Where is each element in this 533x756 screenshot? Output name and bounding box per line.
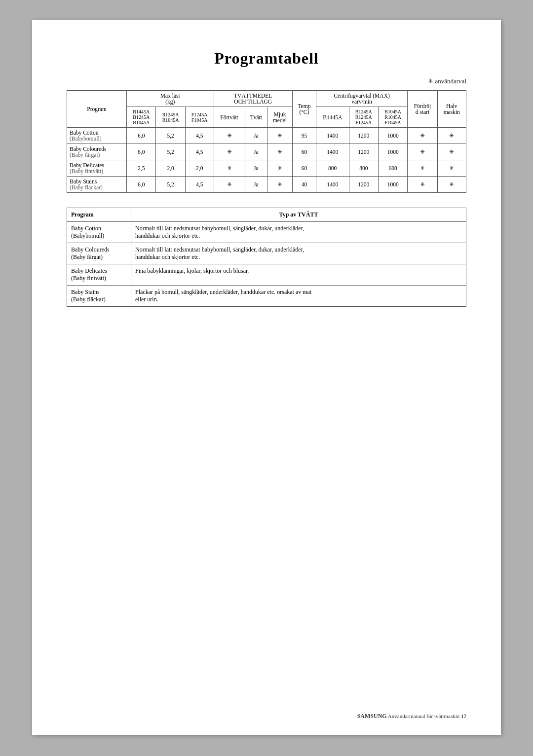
table-cell: 95	[292, 128, 316, 144]
th-b1445: B1445AB1245AB1045A	[127, 107, 156, 128]
table-cell: 1000	[378, 128, 407, 144]
table-cell: 5,2	[156, 177, 185, 193]
table-cell: ✳	[408, 177, 437, 193]
table-cell: ✳	[267, 177, 292, 193]
table-cell: 1200	[349, 177, 378, 193]
footer-text: Användarmanual för tvättmaskin	[388, 713, 459, 719]
page-title: Programtabell	[67, 49, 466, 68]
table-cell: 1000	[378, 144, 407, 160]
table-cell: 4,5	[185, 144, 214, 160]
table-cell: 5,2	[156, 144, 185, 160]
table-cell: 800	[316, 160, 349, 177]
table-cell: Ja	[245, 128, 267, 144]
table-cell: ✳	[267, 160, 292, 177]
table-cell: 2,0	[185, 160, 214, 177]
page-number: 17	[461, 713, 466, 719]
desc-row: Baby Delicates(Baby fintvätt)Fina babykl…	[67, 264, 466, 286]
th-cent-b1045: B1045AR1045AF1045A	[378, 107, 407, 128]
table-cell: ✳	[214, 160, 245, 177]
th-tvattmedel: TVÄTTMEDELOCH TILLÄGG	[214, 91, 292, 107]
table-cell: 2,0	[156, 160, 185, 177]
table-cell: 1000	[378, 177, 407, 193]
table-cell: ✳	[437, 177, 466, 193]
th-cent-multi: B1245AR1245AF1245A	[349, 107, 378, 128]
desc-program-cell: Baby Cotton(Babybomull)	[67, 222, 131, 243]
table-row: Baby Cotton(Babybomull)6,05,24,5✳Ja✳9514…	[67, 128, 466, 144]
table-cell: Ja	[245, 177, 267, 193]
th-centrifug: Centrifugvarvtal (MAX)varv/min	[316, 91, 407, 107]
desc-text-cell: Fläckar på bomull, sängkläder, underkläd…	[131, 286, 466, 307]
th-f1245: F1245AF1045A	[185, 107, 214, 128]
table-cell: ✳	[214, 128, 245, 144]
program-name-cell: Baby Cotton(Babybomull)	[67, 128, 127, 144]
desc-program-cell: Baby Coloureds(Baby färgat)	[67, 243, 131, 264]
table-cell: ✳	[214, 144, 245, 160]
desc-text-cell: Normalt till lätt nedsmutsat babybomull,…	[131, 222, 466, 243]
table-row: Baby Stains(Baby fläckar)6,05,24,5✳Ja✳40…	[67, 177, 466, 193]
table-cell: 1400	[316, 128, 349, 144]
table-cell: ✳	[408, 144, 437, 160]
table-cell: 600	[378, 160, 407, 177]
th-cent-b1445: B1445A	[316, 107, 349, 128]
th-mjuk: Mjukmedel	[267, 107, 292, 128]
table-cell: 60	[292, 160, 316, 177]
table-cell: 1400	[316, 177, 349, 193]
table-cell: Ja	[245, 160, 267, 177]
table-cell: ✳	[437, 160, 466, 177]
table-cell: 5,2	[156, 128, 185, 144]
th-temp: Temp(°C)	[292, 91, 316, 128]
table-cell: 1200	[349, 144, 378, 160]
table-cell: 4,5	[185, 177, 214, 193]
table-cell: 6,0	[127, 177, 156, 193]
th-halv: Halvmaskin	[437, 91, 466, 128]
desc-th-program: Program	[67, 208, 131, 222]
table-cell: Ja	[245, 144, 267, 160]
table-cell: 800	[349, 160, 378, 177]
desc-row: Baby Coloureds(Baby färgat)Normalt till …	[67, 243, 466, 264]
th-fordroj: Fördröjd start	[408, 91, 437, 128]
table-cell: ✳	[267, 128, 292, 144]
th-forttvatt: Förtvätt	[214, 107, 245, 128]
table-cell: 6,0	[127, 128, 156, 144]
table-row: Baby Coloureds(Baby färgat)6,05,24,5✳Ja✳…	[67, 144, 466, 160]
table-cell: ✳	[408, 128, 437, 144]
user-note: ✳ användarval	[67, 77, 466, 85]
table-cell: ✳	[267, 144, 292, 160]
desc-text-cell: Normalt till lätt nedsmutsat babybomull,…	[131, 243, 466, 264]
table-cell: 1400	[316, 144, 349, 160]
table-cell: 40	[292, 177, 316, 193]
table-cell: 60	[292, 144, 316, 160]
footer: SAMSUNG Användarmanual för tvättmaskin 1…	[357, 713, 466, 720]
desc-th-tvatt: Typ av TVÄTT	[131, 208, 466, 222]
table-cell: 6,0	[127, 144, 156, 160]
table-cell: 1200	[349, 128, 378, 144]
program-name-cell: Baby Coloureds(Baby färgat)	[67, 144, 127, 160]
table-row: Baby Delicates(Baby fintvätt)2,52,02,0✳J…	[67, 160, 466, 177]
program-name-cell: Baby Delicates(Baby fintvätt)	[67, 160, 127, 177]
desc-program-cell: Baby Delicates(Baby fintvätt)	[67, 264, 131, 286]
desc-table: Program Typ av TVÄTT Baby Cotton(Babybom…	[67, 208, 466, 307]
desc-program-cell: Baby Stains(Baby fläckar)	[67, 286, 131, 307]
th-tvatt: Tvätt	[245, 107, 267, 128]
program-name-cell: Baby Stains(Baby fläckar)	[67, 177, 127, 193]
table-cell: 2,5	[127, 160, 156, 177]
table-cell: 4,5	[185, 128, 214, 144]
table-cell: ✳	[214, 177, 245, 193]
footer-brand: SAMSUNG	[357, 713, 387, 720]
desc-row: Baby Stains(Baby fläckar)Fläckar på bomu…	[67, 286, 466, 307]
program-table: Program Max last(kg) TVÄTTMEDELOCH TILLÄ…	[67, 90, 466, 193]
desc-text-cell: Fina babyklänningar, kjolar, skjortor oc…	[131, 264, 466, 286]
desc-row: Baby Cotton(Babybomull)Normalt till lätt…	[67, 222, 466, 243]
table-cell: ✳	[437, 128, 466, 144]
th-maxlast: Max last(kg)	[127, 91, 214, 107]
page: Programtabell ✳ användarval Program Max …	[32, 20, 501, 735]
table-cell: ✳	[437, 144, 466, 160]
th-r1245: R1245AR1045A	[156, 107, 185, 128]
th-program: Program	[67, 91, 127, 128]
table-cell: ✳	[408, 160, 437, 177]
